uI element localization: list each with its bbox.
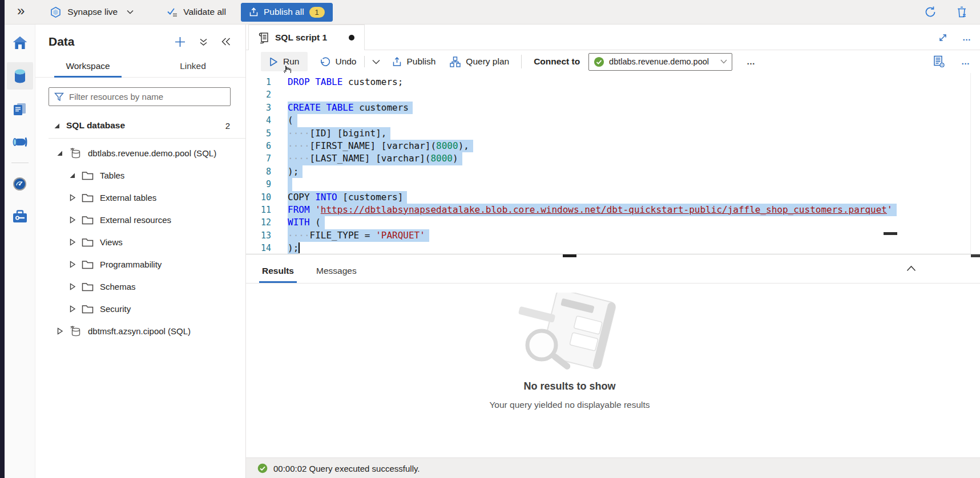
code-line-1[interactable]: 1DROP TABLE customers; xyxy=(246,76,980,88)
rail-item-manage[interactable] xyxy=(7,203,33,230)
tree-item-external-tables[interactable]: External tables xyxy=(35,187,245,209)
expand-sidebar-icon[interactable]: » xyxy=(17,4,25,18)
tree-item-views[interactable]: Views xyxy=(35,231,245,253)
toolbar-more-actions-icon[interactable]: … xyxy=(747,60,756,63)
sql-code-editor[interactable]: 1DROP TABLE customers;23CREATE TABLE cus… xyxy=(246,73,980,254)
status-message: 00:00:02 Query executed successfully. xyxy=(273,464,420,473)
code-line-2[interactable]: 2 xyxy=(246,88,980,101)
tab-title: SQL script 1 xyxy=(275,33,327,43)
refresh-icon[interactable] xyxy=(924,6,937,18)
expand-icon[interactable] xyxy=(68,172,76,180)
rail-item-monitor[interactable] xyxy=(7,170,33,197)
rail-item-data[interactable] xyxy=(7,62,33,90)
rail-item-develop[interactable] xyxy=(7,95,33,123)
code-line-6[interactable]: 6····[FIRST_NAME] [varchar](8000), xyxy=(246,140,980,152)
run-button[interactable]: Run xyxy=(261,52,308,71)
synapse-live-dropdown[interactable]: Synapse live xyxy=(50,6,134,18)
tree-item-security[interactable]: Security xyxy=(35,298,245,320)
rail-divider xyxy=(11,163,29,163)
code-line-12[interactable]: 12WITH ( xyxy=(246,216,980,229)
results-panel: No results to show Your query yielded no… xyxy=(246,283,980,457)
tree-item-external-resources[interactable]: External resources xyxy=(35,209,245,231)
rail-item-home[interactable] xyxy=(7,29,33,56)
tab-workspace[interactable]: Workspace xyxy=(35,56,140,77)
line-number: 14 xyxy=(246,242,271,254)
collapse-icon[interactable] xyxy=(68,261,76,269)
expand-icon[interactable] xyxy=(53,121,61,129)
connect-to-label: Connect to xyxy=(534,56,580,67)
actions-chevron-double-down-icon[interactable] xyxy=(199,38,208,46)
line-number: 7 xyxy=(246,152,271,165)
undo-button[interactable]: Undo xyxy=(320,56,356,67)
collapse-panel-icon[interactable] xyxy=(221,38,231,46)
home-icon xyxy=(12,35,28,50)
code-line-3[interactable]: 3CREATE TABLE customers xyxy=(246,102,980,114)
code-line-9[interactable]: 9 xyxy=(246,178,980,191)
expand-editor-icon[interactable] xyxy=(938,33,947,42)
tree-item-programmability[interactable]: Programmability xyxy=(35,253,245,276)
tab-more-actions-icon[interactable]: … xyxy=(962,36,972,39)
filter-resources-input[interactable] xyxy=(69,92,225,102)
publish-icon xyxy=(249,7,259,17)
collapse-icon[interactable] xyxy=(68,283,76,291)
line-number: 9 xyxy=(246,178,271,191)
expand-icon[interactable] xyxy=(56,149,64,157)
collapse-icon[interactable] xyxy=(68,194,76,202)
undo-icon xyxy=(320,57,330,67)
resource-tree: SQL database 2 dbtlabs.revenue.demo.pool… xyxy=(35,115,245,342)
properties-icon[interactable] xyxy=(933,55,945,68)
code-line-13[interactable]: 13····FILE_TYPE = 'PARQUET' xyxy=(246,229,980,242)
validate-icon xyxy=(167,7,178,17)
tab-sql-script-1[interactable]: SQL script 1 xyxy=(248,25,365,50)
tab-messages[interactable]: Messages xyxy=(314,266,358,283)
discard-trash-icon[interactable] xyxy=(956,6,967,18)
validate-all-button[interactable]: Validate all xyxy=(167,7,226,17)
line-number: 12 xyxy=(246,216,271,229)
scrollbar-marker[interactable] xyxy=(884,232,897,235)
tab-results[interactable]: Results xyxy=(260,266,296,283)
line-number: 2 xyxy=(246,88,271,101)
undo-dropdown-chevron-icon[interactable] xyxy=(372,59,380,64)
empty-results-title: No results to show xyxy=(421,380,718,392)
line-number: 11 xyxy=(246,204,271,216)
line-number: 13 xyxy=(246,229,271,242)
collapse-icon[interactable] xyxy=(56,327,64,335)
tree-item-dbtmsft-azsyn-cipool-sql[interactable]: dbtmsft.azsyn.cipool (SQL) xyxy=(35,320,245,342)
query-plan-button[interactable]: Query plan xyxy=(450,56,509,67)
publish-button[interactable]: Publish xyxy=(392,56,436,67)
select-caret-icon xyxy=(720,59,727,64)
environment-label: Synapse live xyxy=(67,7,118,17)
code-line-7[interactable]: 7····[LAST_NAME] [varchar](8000) xyxy=(246,152,980,165)
code-line-11[interactable]: 11FROM 'https://dbtlabsynapsedatalake.bl… xyxy=(246,204,980,216)
publish-all-button[interactable]: Publish all 1 xyxy=(241,3,333,22)
code-line-8[interactable]: 8); xyxy=(246,165,980,178)
add-resource-icon[interactable] xyxy=(175,37,185,47)
collapse-icon[interactable] xyxy=(68,305,76,313)
collapse-results-chevron-icon[interactable] xyxy=(906,265,916,272)
code-line-5[interactable]: 5····[ID] [bigint], xyxy=(246,127,980,140)
editor-scrollbar-track[interactable] xyxy=(970,73,971,254)
folder-icon xyxy=(82,304,94,314)
collapse-icon[interactable] xyxy=(68,238,76,246)
folder-icon xyxy=(82,215,94,225)
tree-item-sql-database[interactable]: SQL database 2 xyxy=(35,115,245,136)
code-line-10[interactable]: 10COPY INTO [customers] xyxy=(246,191,980,204)
editor-more-actions-icon[interactable]: … xyxy=(961,60,971,63)
line-number: 10 xyxy=(246,191,271,204)
folder-icon xyxy=(82,282,94,291)
activity-rail xyxy=(5,25,35,478)
code-line-4[interactable]: 4( xyxy=(246,114,980,127)
code-line-14[interactable]: 14); xyxy=(246,242,980,254)
data-explorer-panel: Data Workspace Linked SQL database xyxy=(35,25,245,478)
toolbar-separator xyxy=(364,56,365,67)
tree-item-schemas[interactable]: Schemas xyxy=(35,276,245,298)
develop-icon xyxy=(12,102,27,117)
editor-toolbar: Run Undo Publish Query plan xyxy=(246,50,980,73)
tab-linked[interactable]: Linked xyxy=(140,56,245,77)
tree-item-dbtlabs-revenue-demo-pool-sql[interactable]: dbtlabs.revenue.demo.pool (SQL) xyxy=(35,142,245,164)
rail-item-integrate[interactable] xyxy=(7,128,33,156)
connect-to-pool-select[interactable]: dbtlabs.revenue.demo.pool xyxy=(588,53,732,71)
collapse-icon[interactable] xyxy=(68,216,76,224)
tree-item-tables[interactable]: Tables xyxy=(35,164,245,187)
sql-database-count: 2 xyxy=(225,121,230,131)
